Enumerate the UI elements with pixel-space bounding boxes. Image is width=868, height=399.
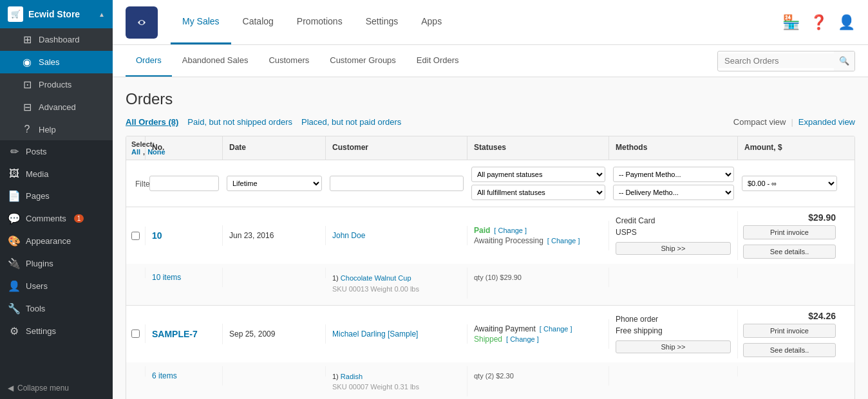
order-statuses-10: Paid [ Change ] Awaiting Processing [ Ch… — [467, 221, 609, 250]
filter-amount-select[interactable]: $0.00 - ∞ — [742, 176, 837, 191]
print-invoice-button-10[interactable]: Print invoice — [743, 225, 836, 239]
sidebar-item-tools[interactable]: 🔧 Tools — [0, 297, 113, 320]
help-nav-icon[interactable]: ❓ — [810, 14, 827, 31]
tab-edit-orders[interactable]: Edit Orders — [406, 45, 469, 77]
table-header: Select: All , None No. Date Customer Sta… — [126, 136, 854, 160]
tab-customer-groups[interactable]: Customer Groups — [319, 45, 406, 77]
order-id-link-sample7[interactable]: SAMPLE-7 — [152, 329, 198, 339]
items-count-link-sample7[interactable]: 6 items — [152, 371, 177, 380]
sidebar-item-help[interactable]: ? Help — [0, 118, 113, 140]
store-icon[interactable]: 🏪 — [782, 14, 800, 31]
change-payment-status-sample7[interactable]: [ Change ] — [540, 325, 572, 333]
sidebar-item-dashboard-ecwid[interactable]: ⊞ Dashboard — [0, 28, 113, 51]
order-items-count-10: 10 items — [146, 268, 223, 287]
media-icon: 🖼 — [8, 168, 21, 180]
ecwid-store-header[interactable]: 🛒 Ecwid Store ▲ — [0, 0, 113, 28]
filter-placed-not-paid[interactable]: Placed, but not paid orders — [301, 117, 401, 127]
comments-badge: 1 — [74, 214, 84, 223]
tab-orders[interactable]: Orders — [126, 45, 172, 77]
filter-payment-method-select[interactable]: -- Payment Metho... — [613, 167, 734, 182]
see-details-button-10[interactable]: See details.. — [743, 245, 836, 259]
sidebar-item-settings[interactable]: ⚙ Settings — [0, 320, 113, 342]
shipping-method-10: USPS — [616, 228, 731, 237]
item-name-link-sample7-1[interactable]: Radish — [341, 373, 363, 380]
order-date-10: Jun 23, 2016 — [223, 226, 326, 245]
user-nav-icon[interactable]: 👤 — [838, 14, 855, 31]
sales-icon: ◉ — [21, 56, 33, 68]
print-invoice-button-sample7[interactable]: Print invoice — [743, 324, 836, 338]
col-header-amount: Amount, $ — [738, 136, 841, 160]
collapse-menu-button[interactable]: ◀ Collapse menu — [0, 377, 113, 399]
tab-customers[interactable]: Customers — [258, 45, 319, 77]
expanded-view-link[interactable]: Expanded view — [798, 117, 855, 127]
top-tab-apps[interactable]: Apps — [410, 0, 453, 44]
sidebar-item-pages[interactable]: 📄 Pages — [0, 185, 113, 207]
customer-link-sample7[interactable]: Michael Darling [Sample] — [332, 329, 418, 339]
order-amount-sample7: $24.26 — [808, 311, 836, 321]
sidebar-item-advanced[interactable]: ⊟ Advanced — [0, 96, 113, 118]
sidebar-item-appearance[interactable]: 🎨 Appearance — [0, 230, 113, 252]
filter-paid-not-shipped[interactable]: Paid, but not shipped orders — [187, 117, 292, 127]
sidebar-item-users[interactable]: 👤 Users — [0, 275, 113, 297]
order-id-link-10[interactable]: 10 — [152, 230, 162, 241]
top-tab-catalog[interactable]: Catalog — [231, 0, 285, 44]
top-tab-promotions[interactable]: Promotions — [285, 0, 354, 44]
see-details-button-sample7[interactable]: See details.. — [743, 343, 836, 357]
filter-row: Filter: Lifetime All payment statuses — [126, 160, 854, 207]
plugins-icon: 🔌 — [8, 257, 21, 270]
appearance-icon: 🎨 — [8, 235, 21, 247]
sidebar-item-posts[interactable]: ✏ Posts — [0, 140, 113, 163]
sidebar-item-products[interactable]: ⊡ Products — [0, 73, 113, 96]
filter-payment-status-select[interactable]: All payment statuses — [471, 167, 605, 182]
tab-abandoned-sales[interactable]: Abandoned Sales — [172, 45, 259, 77]
top-nav-right: 🏪 ❓ 👤 — [782, 14, 855, 31]
ecwid-logo — [126, 6, 158, 39]
top-tab-mysales[interactable]: My Sales — [171, 0, 231, 44]
select-column-header: Select: All , None — [126, 136, 146, 160]
ship-button-10[interactable]: Ship >> — [616, 242, 731, 255]
filter-delivery-method-select[interactable]: -- Delivery Metho... — [613, 185, 734, 200]
order-item-detail-10: 1) Chocolate Walnut Cup SKU 00013 Weight… — [326, 268, 467, 299]
filter-cell-statuses: All payment statuses All fulfillment sta… — [467, 164, 609, 203]
order-checkbox-input-sample7[interactable] — [131, 329, 140, 338]
orders-filter-links: All Orders (8) Paid, but not shipped ord… — [126, 117, 855, 127]
select-all-button[interactable]: All — [131, 148, 140, 156]
items-count-link-10[interactable]: 10 items — [152, 273, 181, 282]
customer-link-10[interactable]: John Doe — [332, 231, 365, 240]
filter-customer-input[interactable] — [330, 176, 464, 191]
order-id-10: 10 — [146, 225, 223, 246]
filter-fulfillment-status-select[interactable]: All fulfillment statuses — [471, 185, 605, 200]
change-fulfillment-status-10[interactable]: [ Change ] — [547, 237, 580, 245]
order-amount-cell-10: $29.90 Print invoice See details.. — [738, 207, 841, 264]
search-orders-input[interactable] — [718, 53, 834, 68]
posts-icon: ✏ — [8, 145, 21, 158]
order-items-count-sample7: 6 items — [146, 366, 223, 385]
search-icon[interactable]: 🔍 — [834, 51, 854, 71]
sidebar-item-comments[interactable]: 💬 Comments 1 — [0, 207, 113, 230]
change-fulfillment-status-sample7[interactable]: [ Change ] — [506, 335, 539, 343]
top-tab-settings[interactable]: Settings — [354, 0, 410, 44]
sidebar-item-media[interactable]: 🖼 Media — [0, 163, 113, 185]
change-payment-status-10[interactable]: [ Change ] — [494, 227, 527, 234]
sidebar-item-plugins[interactable]: 🔌 Plugins — [0, 252, 113, 275]
order-row-group-sample7: SAMPLE-7 Sep 25, 2009 Michael Darling [S… — [126, 306, 854, 399]
sidebar-item-sales[interactable]: ◉ Sales — [0, 51, 113, 73]
filter-cell-methods: -- Payment Metho... -- Delivery Metho... — [609, 164, 738, 203]
sidebar-chevron-icon: ▲ — [99, 11, 105, 18]
wordpress-sidebar: 🛒 Ecwid Store ▲ ⊞ Dashboard ◉ Sales ⊡ Pr… — [0, 0, 113, 399]
shipping-method-sample7: Free shipping — [616, 326, 731, 335]
settings-icon: ⚙ — [8, 325, 21, 337]
order-checkbox-input-10[interactable] — [131, 232, 140, 240]
col-header-date: Date — [223, 136, 326, 160]
advanced-icon: ⊟ — [21, 101, 33, 113]
filter-number-input[interactable] — [149, 176, 219, 191]
filter-date-select[interactable]: Lifetime — [227, 176, 322, 191]
payment-status-sample7: Awaiting Payment — [474, 324, 536, 333]
item-sku-weight-10-1: SKU 00013 Weight 0.00 lbs — [332, 284, 460, 293]
order-customer-sample7: Michael Darling [Sample] — [326, 324, 467, 344]
item-name-link-10-1[interactable]: Chocolate Walnut Cup — [341, 274, 411, 282]
ship-button-sample7[interactable]: Ship >> — [616, 340, 731, 353]
order-row-group-10: 10 Jun 23, 2016 John Doe Paid [ Change ]… — [126, 207, 854, 306]
order-statuses-sample7: Awaiting Payment [ Change ] Shipped [ Ch… — [467, 319, 609, 349]
filter-all-orders[interactable]: All Orders (8) — [126, 117, 178, 127]
